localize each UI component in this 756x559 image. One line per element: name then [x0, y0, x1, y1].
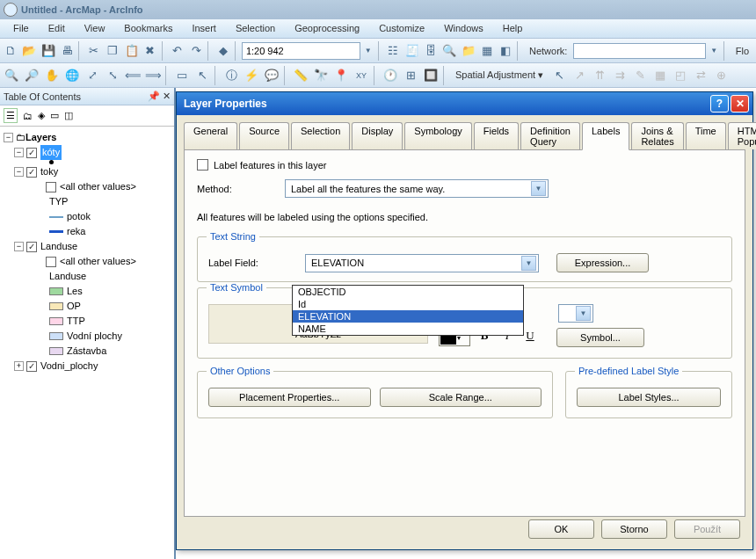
catalog-icon[interactable]: 🗄 — [422, 41, 440, 61]
tab-symbology[interactable]: Symbology — [404, 122, 471, 149]
menu-edit[interactable]: Edit — [39, 19, 75, 38]
menu-bookmarks[interactable]: Bookmarks — [114, 19, 182, 38]
menu-view[interactable]: View — [75, 19, 115, 38]
tab-source[interactable]: Source — [239, 122, 289, 149]
spatial-adjustment-label[interactable]: Spatial Adjustment ▾ — [450, 69, 549, 81]
option-elevation[interactable]: ELEVATION — [293, 310, 523, 323]
close-toc-icon[interactable]: ✕ — [163, 91, 171, 101]
open-icon[interactable]: 📂 — [20, 41, 38, 61]
measure-icon[interactable]: 📏 — [291, 66, 310, 85]
options-icon[interactable]: ◫ — [64, 110, 73, 121]
sa-tool5-icon[interactable]: ▦ — [651, 66, 670, 85]
menu-help[interactable]: Help — [493, 19, 533, 38]
tab-html-popup[interactable]: HTML Popup — [728, 122, 756, 149]
menu-insert[interactable]: Insert — [182, 19, 226, 38]
model-icon[interactable]: ◧ — [497, 41, 514, 61]
pin-icon[interactable]: 📌 — [148, 91, 160, 101]
layer-toky[interactable]: −toky — [4, 164, 171, 179]
fixed-zoomout-icon[interactable]: ⤡ — [103, 66, 122, 85]
arccatalog-icon[interactable]: 📁 — [459, 41, 476, 61]
label-field-dropdown[interactable]: ELEVATION ▼ — [305, 254, 539, 272]
network-dd-icon[interactable]: ▼ — [707, 41, 721, 61]
python-icon[interactable]: ▦ — [478, 41, 496, 61]
identify-icon[interactable]: ⓘ — [222, 66, 241, 85]
toky-all-values[interactable]: <all other values> — [4, 179, 171, 194]
ok-button[interactable]: OK — [528, 519, 594, 539]
paste-icon[interactable]: 📋 — [122, 41, 140, 61]
landuse-all[interactable]: <all other values> — [4, 254, 171, 269]
pan-icon[interactable]: ✋ — [42, 66, 62, 85]
sa-tool2-icon[interactable]: ⇈ — [590, 66, 609, 85]
tab-labels[interactable]: Labels — [582, 122, 629, 150]
list-by-selection-icon[interactable]: ▭ — [50, 110, 59, 121]
landuse-vp[interactable]: Vodní plochy — [4, 329, 171, 344]
list-by-visibility-icon[interactable]: ◈ — [38, 110, 45, 121]
sa-tool8-icon[interactable]: ⊕ — [711, 66, 731, 85]
delete-icon[interactable]: ✖ — [142, 41, 159, 61]
layer-vodni-plochy[interactable]: +Vodni_plochy — [4, 359, 171, 374]
find-route-icon[interactable]: 📍 — [331, 66, 351, 85]
new-icon[interactable]: 🗋 — [2, 41, 19, 61]
full-extent-icon[interactable]: 🌐 — [62, 66, 82, 85]
toolbox-icon[interactable]: 🧾 — [403, 41, 421, 61]
layer-koty[interactable]: −kóty — [4, 145, 171, 160]
landuse-ttp[interactable]: TTP — [4, 314, 171, 329]
label-features-checkbox[interactable] — [197, 159, 208, 171]
undo-icon[interactable]: ↶ — [169, 41, 186, 61]
menu-windows[interactable]: Windows — [434, 19, 493, 38]
symbol-button[interactable]: Symbol... — [556, 328, 644, 347]
landuse-zast[interactable]: Zástavba — [4, 344, 171, 359]
method-dropdown[interactable]: Label all the features the same way. ▼ — [285, 179, 549, 198]
option-objectid[interactable]: OBJECTID — [293, 286, 523, 298]
editor-toolbar-icon[interactable]: ☷ — [384, 41, 402, 61]
network-dropdown[interactable] — [573, 43, 706, 59]
sa-tool1-icon[interactable]: ↗ — [570, 66, 589, 85]
zoom-in-icon[interactable]: 🔍 — [2, 66, 21, 85]
menu-selection[interactable]: Selection — [226, 19, 285, 38]
zoom-out-icon[interactable]: 🔎 — [22, 66, 41, 85]
landuse-op[interactable]: OP — [4, 299, 171, 314]
landuse-les[interactable]: Les — [4, 284, 171, 299]
viewer-icon[interactable]: 🔲 — [421, 66, 440, 85]
save-icon[interactable]: 💾 — [40, 41, 57, 61]
sa-pointer-icon[interactable]: ↖ — [549, 66, 569, 85]
dialog-titlebar[interactable]: Layer Properties ? ✕ — [177, 92, 752, 115]
option-name[interactable]: NAME — [293, 323, 523, 335]
close-button[interactable]: ✕ — [731, 95, 749, 113]
pouzit-button[interactable]: Použít — [674, 519, 740, 539]
underline-button[interactable]: U — [521, 329, 539, 346]
next-extent-icon[interactable]: ⟹ — [143, 66, 163, 85]
option-id[interactable]: Id — [293, 298, 523, 310]
scale-range-button[interactable]: Scale Range... — [380, 388, 542, 407]
prev-extent-icon[interactable]: ⟸ — [123, 66, 142, 85]
expression-button[interactable]: Expression... — [556, 253, 649, 272]
layer-landuse[interactable]: −Landuse — [4, 239, 171, 254]
toky-reka[interactable]: reka — [4, 224, 171, 239]
pointer-icon[interactable]: ↖ — [193, 66, 212, 85]
tab-fields[interactable]: Fields — [474, 122, 519, 149]
tab-selection[interactable]: Selection — [291, 122, 350, 149]
add-data-icon[interactable]: ◆ — [214, 41, 232, 61]
print-icon[interactable]: 🖶 — [58, 41, 76, 61]
scale-dropdown-icon[interactable]: ▼ — [361, 41, 375, 61]
redo-icon[interactable]: ↷ — [187, 41, 205, 61]
select-icon[interactable]: ▭ — [172, 66, 192, 85]
label-styles-button[interactable]: Label Styles... — [577, 388, 721, 407]
sa-tool4-icon[interactable]: ✎ — [630, 66, 650, 85]
scale-input[interactable] — [242, 42, 360, 60]
hyperlink-icon[interactable]: ⚡ — [242, 66, 261, 85]
help-button[interactable]: ? — [710, 95, 729, 113]
placement-properties-button[interactable]: Placement Properties... — [208, 388, 371, 407]
tree-root[interactable]: −🗀 Layers — [4, 130, 171, 145]
list-by-source-icon[interactable]: 🗂 — [23, 111, 33, 121]
menu-file[interactable]: File — [4, 19, 39, 38]
goto-xy-icon[interactable]: XY — [352, 66, 371, 85]
tab-definition-query[interactable]: Definition Query — [520, 122, 580, 149]
cut-icon[interactable]: ✂ — [85, 41, 103, 61]
search-icon[interactable]: 🔍 — [440, 41, 458, 61]
time-slider-icon[interactable]: 🕐 — [381, 66, 400, 85]
find-icon[interactable]: 🔭 — [311, 66, 331, 85]
copy-icon[interactable]: ❐ — [104, 41, 121, 61]
list-by-draw-icon[interactable]: ☰ — [4, 108, 18, 123]
storno-button[interactable]: Storno — [601, 519, 667, 539]
